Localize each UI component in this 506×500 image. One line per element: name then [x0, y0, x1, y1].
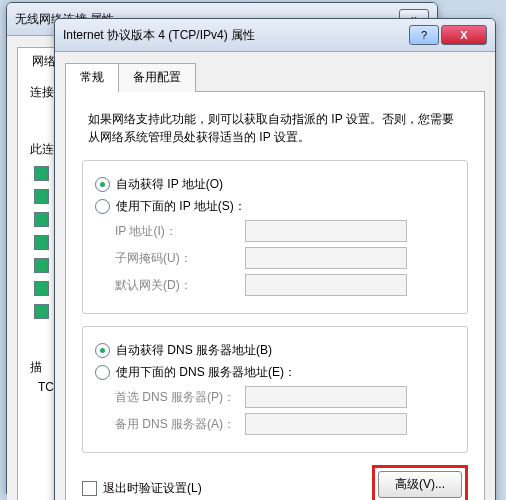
radio-dns-manual[interactable] — [95, 365, 110, 380]
validate-row[interactable]: 退出时验证设置(L) — [82, 480, 202, 497]
validate-label: 退出时验证设置(L) — [103, 480, 202, 497]
back-check-5[interactable] — [34, 258, 49, 273]
advanced-highlight: 高级(V)... — [372, 465, 468, 500]
back-check-3[interactable] — [34, 212, 49, 227]
front-titlebar: Internet 协议版本 4 (TCP/IPv4) 属性 ? X — [55, 19, 495, 52]
radio-dns-auto[interactable] — [95, 343, 110, 358]
general-panel: 如果网络支持此功能，则可以获取自动指派的 IP 设置。否则，您需要从网络系统管理… — [65, 91, 485, 500]
radio-dns-auto-label: 自动获得 DNS 服务器地址(B) — [116, 342, 272, 359]
radio-ip-auto-label: 自动获得 IP 地址(O) — [116, 176, 223, 193]
front-body: 常规 备用配置 如果网络支持此功能，则可以获取自动指派的 IP 设置。否则，您需… — [55, 52, 495, 500]
ip-address-label: IP 地址(I)： — [115, 223, 245, 240]
tab-alternate[interactable]: 备用配置 — [118, 63, 196, 92]
tabs: 常规 备用配置 — [65, 62, 485, 92]
back-check-6[interactable] — [34, 281, 49, 296]
gateway-label: 默认网关(D)： — [115, 277, 245, 294]
bottom-row: 退出时验证设置(L) 高级(V)... — [82, 465, 468, 500]
radio-ip-manual-label: 使用下面的 IP 地址(S)： — [116, 198, 246, 215]
subnet-mask-input — [245, 247, 407, 269]
help-button[interactable]: ? — [409, 25, 439, 45]
validate-checkbox[interactable] — [82, 481, 97, 496]
close-button[interactable]: X — [441, 25, 487, 45]
info-text: 如果网络支持此功能，则可以获取自动指派的 IP 设置。否则，您需要从网络系统管理… — [88, 110, 462, 146]
tab-general[interactable]: 常规 — [65, 63, 119, 92]
dns-pref-label: 首选 DNS 服务器(P)： — [115, 389, 245, 406]
dns-pref-input — [245, 386, 407, 408]
radio-ip-auto[interactable] — [95, 177, 110, 192]
gateway-input — [245, 274, 407, 296]
radio-dns-manual-label: 使用下面的 DNS 服务器地址(E)： — [116, 364, 296, 381]
radio-ip-auto-row[interactable]: 自动获得 IP 地址(O) — [95, 176, 455, 193]
dns-alt-label: 备用 DNS 服务器(A)： — [115, 416, 245, 433]
front-title: Internet 协议版本 4 (TCP/IPv4) 属性 — [63, 27, 407, 44]
back-check-4[interactable] — [34, 235, 49, 250]
radio-dns-manual-row[interactable]: 使用下面的 DNS 服务器地址(E)： — [95, 364, 455, 381]
radio-ip-manual[interactable] — [95, 199, 110, 214]
ipv4-properties-window: Internet 协议版本 4 (TCP/IPv4) 属性 ? X 常规 备用配… — [54, 18, 496, 500]
radio-ip-manual-row[interactable]: 使用下面的 IP 地址(S)： — [95, 198, 455, 215]
ip-group: 自动获得 IP 地址(O) 使用下面的 IP 地址(S)： IP 地址(I)： … — [82, 160, 468, 314]
dns-alt-input — [245, 413, 407, 435]
back-check-1[interactable] — [34, 166, 49, 181]
radio-dns-auto-row[interactable]: 自动获得 DNS 服务器地址(B) — [95, 342, 455, 359]
back-check-7[interactable] — [34, 304, 49, 319]
dns-group: 自动获得 DNS 服务器地址(B) 使用下面的 DNS 服务器地址(E)： 首选… — [82, 326, 468, 453]
advanced-button[interactable]: 高级(V)... — [378, 471, 462, 498]
back-check-2[interactable] — [34, 189, 49, 204]
ip-address-input — [245, 220, 407, 242]
subnet-mask-label: 子网掩码(U)： — [115, 250, 245, 267]
